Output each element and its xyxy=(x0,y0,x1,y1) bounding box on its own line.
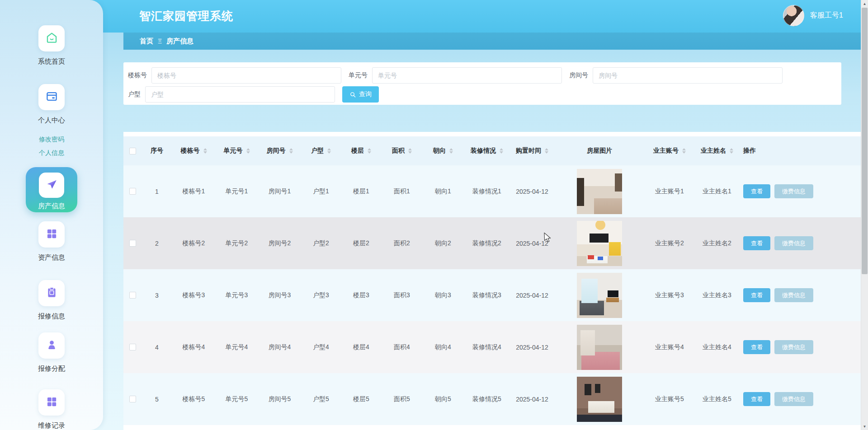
column-header-owner_name[interactable]: 业主姓名 xyxy=(694,147,740,155)
payment-info-button[interactable]: 缴费信息 xyxy=(774,288,813,302)
column-header-image: 房屋图片 xyxy=(554,147,645,155)
search-icon xyxy=(349,91,356,98)
main-content: 首页 Ξ 房产信息 楼栋号单元号房间号 户型 查询 序号楼栋号单元号房间号户型楼… xyxy=(103,0,861,430)
scrollbar-up-arrow-icon[interactable]: ▲ xyxy=(861,0,868,7)
payment-info-button[interactable]: 缴费信息 xyxy=(774,184,813,198)
view-button[interactable]: 查看 xyxy=(743,392,770,406)
cell-house_type: 户型5 xyxy=(301,395,341,403)
cell-orientation: 朝向2 xyxy=(422,239,464,248)
search-input-2[interactable] xyxy=(593,67,783,84)
cell-owner_account: 业主账号4 xyxy=(645,343,694,351)
row-checkbox[interactable] xyxy=(129,188,136,195)
sidebar-link-change-password[interactable]: 修改密码 xyxy=(39,136,64,144)
sidebar-item-1[interactable]: 个人中心 xyxy=(38,84,65,125)
row-checkbox[interactable] xyxy=(129,396,136,402)
cell-building: 楼栋号1 xyxy=(172,187,215,196)
breadcrumb-separator-icon: Ξ xyxy=(158,37,162,45)
sidebar-item-7[interactable]: 报修分配 xyxy=(38,332,65,373)
row-checkbox[interactable] xyxy=(129,292,136,299)
search-input-0[interactable] xyxy=(151,67,341,84)
column-header-area[interactable]: 面积 xyxy=(382,147,422,155)
scrollbar-thumb[interactable] xyxy=(862,8,868,274)
sort-carets-icon[interactable] xyxy=(327,148,331,154)
sidebar-item-0[interactable]: 系统首页 xyxy=(38,25,65,66)
cell-area: 面积4 xyxy=(382,343,422,351)
row-checkbox[interactable] xyxy=(129,344,136,351)
search-field-label: 楼栋号 xyxy=(128,71,147,79)
table-row-5: 5楼栋号5单元号5房间号5户型5楼层5面积5朝向5装修情况52025-04-12… xyxy=(123,373,861,425)
column-header-label: 业主姓名 xyxy=(701,147,726,155)
breadcrumb-home[interactable]: 首页 xyxy=(140,37,153,46)
grid-icon xyxy=(46,396,58,410)
search-input-1[interactable] xyxy=(372,67,562,84)
cell-unit: 单元号5 xyxy=(215,395,258,403)
cell-floor: 楼层2 xyxy=(341,239,382,248)
vertical-scrollbar[interactable]: ▲ ▼ xyxy=(861,0,868,430)
sort-carets-icon[interactable] xyxy=(682,148,686,154)
search-input-3[interactable] xyxy=(145,86,335,103)
column-header-room[interactable]: 房间号 xyxy=(258,147,301,155)
sidebar-item-5[interactable]: 资产信息 xyxy=(38,221,65,262)
cell-room: 房间号5 xyxy=(258,395,301,403)
sort-carets-icon[interactable] xyxy=(730,148,733,154)
column-header-purchase_date[interactable]: 购置时间 xyxy=(510,147,554,155)
column-header-label: 单元号 xyxy=(224,147,243,155)
column-header-decoration[interactable]: 装修情况 xyxy=(464,147,510,155)
view-button[interactable]: 查看 xyxy=(743,288,770,302)
cell-decoration: 装修情况2 xyxy=(464,239,510,248)
cell-index: 1 xyxy=(142,188,172,195)
column-header-unit[interactable]: 单元号 xyxy=(215,147,258,155)
payment-info-button[interactable]: 缴费信息 xyxy=(774,236,813,250)
search-field-group: 户型 xyxy=(128,86,335,103)
column-header-owner_account[interactable]: 业主账号 xyxy=(645,147,694,155)
cell-room: 房间号4 xyxy=(258,343,301,351)
sort-carets-icon[interactable] xyxy=(368,148,371,154)
row-checkbox[interactable] xyxy=(129,240,136,247)
view-button[interactable]: 查看 xyxy=(743,236,770,250)
column-header-house_type[interactable]: 户型 xyxy=(301,147,341,155)
user-icon xyxy=(46,339,58,353)
cell-owner_name: 业主姓名4 xyxy=(694,343,740,351)
cell-owner_name: 业主姓名1 xyxy=(694,187,740,196)
cell-room: 房间号3 xyxy=(258,291,301,299)
cell-building: 楼栋号3 xyxy=(172,291,215,299)
sidebar-item-label: 房产信息 xyxy=(38,202,65,210)
column-header-label: 房屋图片 xyxy=(587,147,612,155)
grid-icon xyxy=(46,228,58,242)
sidebar-item-8[interactable]: 维修记录 xyxy=(38,389,65,430)
house-photo-2 xyxy=(577,221,622,266)
sidebar-link-personal-info[interactable]: 个人信息 xyxy=(39,149,64,157)
table-header-row: 序号楼栋号单元号房间号户型楼层面积朝向装修情况购置时间房屋图片业主账号业主姓名操… xyxy=(123,136,861,165)
column-header-label: 楼栋号 xyxy=(181,147,200,155)
sort-carets-icon[interactable] xyxy=(449,148,453,154)
cell-purchase_date: 2025-04-12 xyxy=(510,396,554,403)
view-button[interactable]: 查看 xyxy=(743,184,770,198)
sort-carets-icon[interactable] xyxy=(289,148,293,154)
sidebar-item-4[interactable]: 房产信息 xyxy=(26,167,77,212)
sort-carets-icon[interactable] xyxy=(545,148,548,154)
payment-info-button[interactable]: 缴费信息 xyxy=(774,392,813,406)
sidebar-item-6[interactable]: 报修信息 xyxy=(38,280,65,321)
cell-unit: 单元号1 xyxy=(215,187,258,196)
sort-carets-icon[interactable] xyxy=(408,148,412,154)
sort-carets-icon[interactable] xyxy=(500,148,503,154)
payment-info-button[interactable]: 缴费信息 xyxy=(774,340,813,354)
column-header-floor[interactable]: 楼层 xyxy=(341,147,382,155)
table-row-1: 1楼栋号1单元号1房间号1户型1楼层1面积1朝向1装修情况12025-04-12… xyxy=(123,165,861,217)
cell-orientation: 朝向5 xyxy=(422,395,464,403)
view-button[interactable]: 查看 xyxy=(743,340,770,354)
scrollbar-down-arrow-icon[interactable]: ▼ xyxy=(861,423,868,430)
select-all-checkbox[interactable] xyxy=(129,148,136,154)
column-header-orientation[interactable]: 朝向 xyxy=(422,147,464,155)
cell-unit: 单元号3 xyxy=(215,291,258,299)
sort-carets-icon[interactable] xyxy=(203,148,207,154)
cell-room: 房间号1 xyxy=(258,187,301,196)
cell-purchase_date: 2025-04-12 xyxy=(510,240,554,247)
sidebar-item-label: 报修信息 xyxy=(38,312,65,321)
sidebar-item-label: 报修分配 xyxy=(38,365,65,373)
column-header-building[interactable]: 楼栋号 xyxy=(172,147,215,155)
sidebar-item-label: 资产信息 xyxy=(38,253,65,262)
sort-carets-icon[interactable] xyxy=(246,148,250,154)
search-button[interactable]: 查询 xyxy=(342,86,379,103)
table-row-4: 4楼栋号4单元号4房间号4户型4楼层4面积4朝向4装修情况42025-04-12… xyxy=(123,321,861,373)
